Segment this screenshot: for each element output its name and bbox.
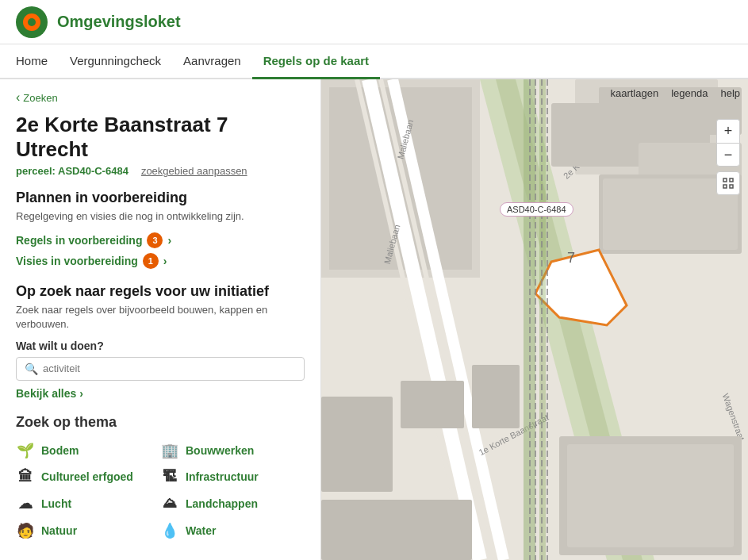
bodem-icon: 🌱 bbox=[16, 442, 35, 459]
parcel-number: 7 bbox=[567, 250, 575, 267]
zoom-controls: + − bbox=[716, 119, 740, 167]
perceel-label: perceel: ASD40-C-6484 bbox=[16, 165, 129, 177]
map-container: kaartlagen legenda help + − bbox=[321, 79, 748, 560]
logo bbox=[16, 6, 48, 38]
nav-aanvragen[interactable]: Aanvragen bbox=[172, 44, 252, 79]
back-link[interactable]: Zoeken bbox=[16, 90, 305, 105]
activity-search-box[interactable]: 🔍 bbox=[16, 357, 305, 381]
thema-landschappen[interactable]: ⛰ Landchappen bbox=[160, 493, 305, 514]
bekijk-link[interactable]: Bekijk alles › bbox=[16, 387, 305, 400]
svg-rect-32 bbox=[321, 397, 393, 492]
svg-rect-22 bbox=[551, 103, 631, 167]
kaartlagen-link[interactable]: kaartlagen bbox=[610, 87, 658, 99]
address-title: 2e Korte Baanstraat 7 Utrecht bbox=[16, 113, 305, 162]
lucht-icon: ☁ bbox=[16, 495, 35, 512]
thema-title: Zoek op thema bbox=[16, 414, 305, 431]
svg-rect-1 bbox=[730, 178, 733, 182]
nav-vergunningcheck[interactable]: Vergunningcheck bbox=[59, 44, 172, 79]
extent-icon bbox=[722, 177, 735, 190]
visies-link[interactable]: Visies in voorbereiding 1 › bbox=[16, 253, 305, 269]
svg-rect-3 bbox=[730, 185, 733, 188]
initiative-desc: Zoek naar regels over bijvoorbeeld bouwe… bbox=[16, 303, 305, 332]
svg-rect-2 bbox=[723, 185, 727, 188]
infrastructuur-icon: 🏗 bbox=[160, 469, 179, 485]
initiative-section: Op zoek naar regels voor uw initiatief Z… bbox=[16, 283, 305, 400]
svg-rect-31 bbox=[472, 365, 520, 428]
activity-input[interactable] bbox=[43, 362, 296, 374]
svg-rect-35 bbox=[539, 79, 546, 560]
landschappen-icon: ⛰ bbox=[160, 495, 179, 512]
plans-title: Plannen in voorbereiding bbox=[16, 190, 305, 206]
app-title: Omgevingsloket bbox=[57, 13, 181, 31]
parcel-label: ASD40-C-6484 bbox=[500, 202, 573, 217]
header: Omgevingsloket bbox=[0, 0, 748, 44]
svg-rect-33 bbox=[321, 500, 472, 560]
thema-infrastructuur[interactable]: 🏗 Infrastructuur bbox=[160, 467, 305, 487]
regels-link[interactable]: Regels in voorbereiding 3 › bbox=[16, 232, 305, 248]
nav-regels[interactable]: Regels op de kaart bbox=[252, 44, 380, 79]
svg-rect-30 bbox=[401, 381, 464, 428]
legenda-link[interactable]: legenda bbox=[671, 87, 708, 99]
map-svg: Maliebaan Maliebaan 2e Korte Baanstraat … bbox=[321, 79, 748, 560]
zoekgebied-link[interactable]: zoekgebied aanpassen bbox=[141, 165, 247, 177]
zoom-out-button[interactable]: − bbox=[716, 143, 740, 167]
natuur-icon: 🧑 bbox=[16, 522, 35, 539]
plans-desc: Regelgeving en visies die nog in ontwikk… bbox=[16, 209, 305, 224]
visies-badge: 1 bbox=[143, 253, 159, 269]
map-controls-top: kaartlagen legenda help bbox=[610, 87, 740, 99]
wat-label: Wat wilt u doen? bbox=[16, 339, 305, 352]
extent-button[interactable] bbox=[716, 171, 740, 195]
thema-bouwwerken[interactable]: 🏢 Bouwwerken bbox=[160, 440, 305, 461]
zoom-in-button[interactable]: + bbox=[716, 119, 740, 143]
thema-bodem[interactable]: 🌱 Bodem bbox=[16, 440, 160, 461]
bouwwerken-icon: 🏢 bbox=[160, 442, 179, 459]
thema-natuur[interactable]: 🧑 Natuur bbox=[16, 520, 160, 541]
initiative-title: Op zoek naar regels voor uw initiatief bbox=[16, 283, 305, 300]
main-nav: Home Vergunningcheck Aanvragen Regels op… bbox=[0, 44, 748, 79]
water-icon: 💧 bbox=[160, 522, 179, 539]
main-layout: Zoeken 2e Korte Baanstraat 7 Utrecht per… bbox=[0, 79, 748, 560]
thema-cultureel[interactable]: 🏛 Cultureel erfgoed bbox=[16, 467, 160, 487]
help-link[interactable]: help bbox=[720, 87, 740, 99]
regels-badge: 3 bbox=[147, 232, 163, 248]
search-icon: 🔍 bbox=[25, 362, 38, 375]
cultureel-icon: 🏛 bbox=[16, 469, 35, 485]
thema-water[interactable]: 💧 Water bbox=[160, 520, 305, 541]
svg-rect-28 bbox=[567, 444, 734, 547]
plans-section: Plannen in voorbereiding Regelgeving en … bbox=[16, 190, 305, 268]
thema-grid: 🌱 Bodem 🏢 Bouwwerken 🏛 Cultureel erfgoed… bbox=[16, 440, 305, 541]
nav-home[interactable]: Home bbox=[16, 44, 59, 79]
perceel-row: perceel: ASD40-C-6484 zoekgebied aanpass… bbox=[16, 165, 305, 177]
svg-rect-0 bbox=[723, 178, 727, 182]
sidebar: Zoeken 2e Korte Baanstraat 7 Utrecht per… bbox=[0, 79, 321, 560]
thema-lucht[interactable]: ☁ Lucht bbox=[16, 493, 160, 514]
